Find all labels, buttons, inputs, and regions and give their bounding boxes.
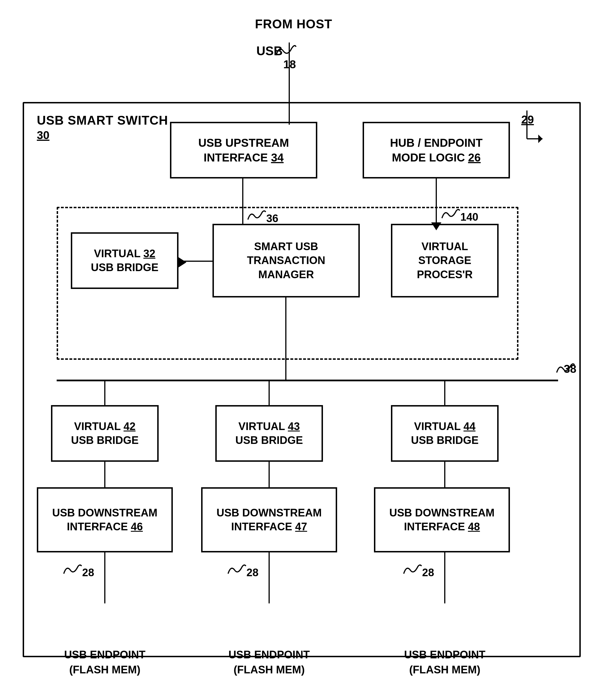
- line-ds47-to-ep2: [269, 552, 270, 603]
- downstream-46-text: USB DOWNSTREAM INTERFACE 46: [52, 506, 157, 534]
- arrow-29: [510, 110, 544, 178]
- virtual-bridge-44-box: VIRTUAL 44 USB BRIDGE: [391, 405, 499, 462]
- upstream-interface-box: USB UPSTREAM INTERFACE 34: [170, 122, 317, 178]
- hub-ref: 26: [468, 151, 481, 164]
- squiggle-28-col1: [62, 564, 82, 578]
- ref-28-col3: 28: [422, 567, 434, 579]
- line-bridge43-to-ds47: [269, 462, 270, 488]
- line-bus-to-bridge43: [269, 381, 270, 406]
- vb43-ref: 43: [288, 420, 300, 432]
- vb44-line1: VIRTUAL: [414, 420, 461, 432]
- vb44-line2: USB BRIDGE: [411, 434, 479, 446]
- vb32-line2: USB BRIDGE: [91, 261, 159, 273]
- squiggle-28-col2: [227, 564, 247, 578]
- line-bus-to-bridge44: [444, 381, 445, 406]
- line-ds48-to-ep3: [444, 552, 445, 603]
- ref-38: 38: [564, 362, 577, 375]
- tm-line1: SMART USB: [254, 241, 318, 252]
- endpoint-label-3: USB ENDPOINT (FLASH MEM): [391, 647, 499, 677]
- downstream-interface-47-box: USB DOWNSTREAM INTERFACE 47: [201, 487, 337, 552]
- vb42-line2: USB BRIDGE: [71, 434, 139, 446]
- ref-30: 30: [37, 129, 50, 142]
- vs-line2: STORAGE: [418, 254, 471, 266]
- virtual-bridge-43-text: VIRTUAL 43 USB BRIDGE: [235, 420, 303, 448]
- from-host-label: FROM HOST: [255, 17, 332, 31]
- ep2-line1: USB ENDPOINT: [228, 649, 310, 660]
- downstream-interface-46-box: USB DOWNSTREAM INTERFACE 46: [37, 487, 173, 552]
- virtual-bridge-42-box: VIRTUAL 42 USB BRIDGE: [51, 405, 159, 462]
- squiggle-usb: [275, 44, 298, 59]
- vb42-line1: VIRTUAL: [74, 420, 121, 432]
- downstream-interface-48-box: USB DOWNSTREAM INTERFACE 48: [374, 487, 510, 552]
- vs-line3: PROCES'R: [417, 269, 473, 280]
- line-ds46-to-ep1: [104, 552, 105, 603]
- upstream-line2: INTERFACE: [204, 151, 268, 164]
- ep3-line2: (FLASH MEM): [409, 664, 480, 676]
- ds46-line2: INTERFACE: [67, 521, 128, 532]
- vb43-line2: USB BRIDGE: [235, 434, 303, 446]
- virtual-bridge-42-text: VIRTUAL 42 USB BRIDGE: [71, 420, 139, 448]
- line-bus-to-bridge42: [104, 381, 105, 406]
- tm-line2: TRANSACTION: [247, 254, 326, 266]
- endpoint-label-1: USB ENDPOINT (FLASH MEM): [51, 647, 159, 677]
- endpoint-label-2: USB ENDPOINT (FLASH MEM): [215, 647, 323, 677]
- vb43-line1: VIRTUAL: [239, 420, 285, 432]
- line-bridge44-to-ds48: [444, 462, 445, 488]
- virtual-bridge-32-box: VIRTUAL 32 USB BRIDGE: [71, 232, 178, 289]
- ds48-ref: 48: [468, 521, 480, 532]
- upstream-interface-text: USB UPSTREAM INTERFACE 34: [198, 135, 289, 165]
- ep1-line2: (FLASH MEM): [69, 664, 140, 676]
- ep2-line2: (FLASH MEM): [233, 664, 304, 676]
- ref-28-col2: 28: [247, 567, 258, 579]
- line-bridge32-tm: [178, 260, 213, 262]
- ds46-line1: USB DOWNSTREAM: [52, 507, 157, 519]
- vb32-ref: 32: [143, 248, 155, 259]
- hub-endpoint-box: HUB / ENDPOINT MODE LOGIC 26: [362, 122, 510, 178]
- smart-tm-text: SMART USB TRANSACTION MANAGER: [247, 240, 326, 281]
- virtual-bridge-44-text: VIRTUAL 44 USB BRIDGE: [411, 420, 479, 448]
- svg-marker-2: [538, 134, 543, 143]
- ep1-line1: USB ENDPOINT: [64, 649, 145, 660]
- upstream-line1: USB UPSTREAM: [198, 136, 289, 149]
- ds48-line2: INTERFACE: [404, 521, 465, 532]
- hub-line2: MODE LOGIC: [392, 151, 465, 164]
- vb42-ref: 42: [124, 420, 135, 432]
- downstream-48-text: USB DOWNSTREAM INTERFACE 48: [389, 506, 495, 534]
- virtual-bridge-43-box: VIRTUAL 43 USB BRIDGE: [215, 405, 323, 462]
- ds47-ref: 47: [295, 521, 307, 532]
- smart-switch-title: USB SMART SWITCH: [37, 113, 168, 127]
- smart-tm-box: SMART USB TRANSACTION MANAGER: [212, 224, 360, 297]
- ref-28-col1: 28: [82, 567, 94, 579]
- squiggle-28-col3: [402, 564, 422, 578]
- vs-line1: VIRTUAL: [422, 241, 468, 252]
- virtual-storage-box: VIRTUAL STORAGE PROCES'R: [391, 224, 499, 297]
- ds48-line1: USB DOWNSTREAM: [389, 507, 495, 519]
- ds46-ref: 46: [131, 521, 143, 532]
- line-tm-to-bus: [285, 297, 286, 380]
- hub-endpoint-text: HUB / ENDPOINT MODE LOGIC 26: [390, 135, 483, 165]
- line-bridge42-to-ds46: [104, 462, 105, 488]
- diagram: FROM HOST USB 18 USB SMART SWITCH 30 USB…: [0, 0, 602, 700]
- ep3-line1: USB ENDPOINT: [404, 649, 485, 660]
- downstream-47-text: USB DOWNSTREAM INTERFACE 47: [217, 506, 322, 534]
- bus-line-38: [57, 380, 558, 381]
- vb32-line1: VIRTUAL: [94, 248, 141, 259]
- ds47-line1: USB DOWNSTREAM: [217, 507, 322, 519]
- tm-line3: MANAGER: [258, 269, 314, 280]
- hub-line1: HUB / ENDPOINT: [390, 136, 483, 149]
- virtual-storage-text: VIRTUAL STORAGE PROCES'R: [417, 240, 473, 281]
- vb44-ref: 44: [463, 420, 475, 432]
- virtual-bridge-32-text: VIRTUAL 32 USB BRIDGE: [91, 247, 159, 275]
- ds47-line2: INTERFACE: [231, 521, 292, 532]
- arrow-bridge32-to-tm: [178, 257, 186, 268]
- upstream-ref: 34: [271, 151, 284, 164]
